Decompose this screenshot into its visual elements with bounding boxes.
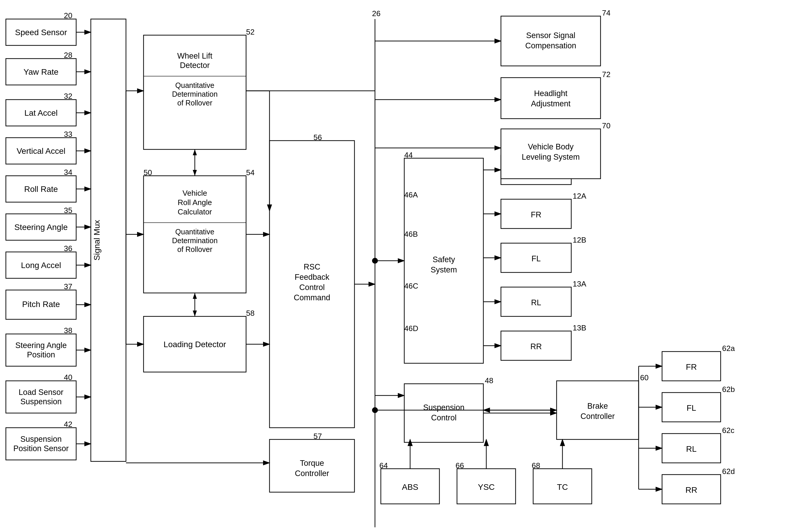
svg-text:68: 68 <box>532 461 540 470</box>
svg-text:42: 42 <box>64 420 72 429</box>
svg-text:12A: 12A <box>573 192 586 201</box>
svg-text:62b: 62b <box>722 385 735 394</box>
svg-text:28: 28 <box>64 51 72 59</box>
svg-text:FL: FL <box>686 403 696 413</box>
svg-text:64: 64 <box>379 461 388 470</box>
svg-text:Wheel Lift: Wheel Lift <box>177 52 213 60</box>
svg-text:Headlight: Headlight <box>534 89 568 98</box>
svg-text:Compensation: Compensation <box>525 41 576 50</box>
svg-text:Determination: Determination <box>172 236 218 245</box>
svg-text:FL: FL <box>531 254 541 263</box>
svg-text:13A: 13A <box>573 280 586 288</box>
svg-text:62d: 62d <box>722 467 735 476</box>
svg-text:Command: Command <box>294 293 330 302</box>
svg-text:Roll Angle: Roll Angle <box>177 198 212 207</box>
svg-text:57: 57 <box>313 432 322 441</box>
svg-text:Detector: Detector <box>180 61 210 70</box>
svg-text:RSC: RSC <box>304 263 320 271</box>
svg-text:56: 56 <box>313 133 322 142</box>
svg-text:RL: RL <box>531 298 541 307</box>
svg-text:37: 37 <box>64 282 72 291</box>
svg-text:40: 40 <box>64 373 72 382</box>
svg-text:46C: 46C <box>404 282 418 290</box>
svg-text:Position Sensor: Position Sensor <box>13 444 69 453</box>
svg-text:Controller: Controller <box>295 469 329 478</box>
svg-text:35: 35 <box>64 206 72 215</box>
svg-marker-76 <box>193 149 197 155</box>
svg-text:Quantitative: Quantitative <box>175 81 214 89</box>
svg-text:66: 66 <box>456 461 464 470</box>
svg-text:FR: FR <box>686 362 697 372</box>
svg-text:Speed Sensor: Speed Sensor <box>15 28 67 37</box>
svg-text:46D: 46D <box>404 324 418 333</box>
svg-text:48: 48 <box>485 376 493 385</box>
svg-text:44: 44 <box>404 151 413 159</box>
svg-text:Roll Rate: Roll Rate <box>24 185 58 194</box>
svg-text:Adjustment: Adjustment <box>531 99 570 108</box>
svg-text:13B: 13B <box>573 323 586 332</box>
svg-rect-148 <box>501 78 601 119</box>
svg-point-104 <box>372 258 378 264</box>
svg-text:FR: FR <box>531 210 541 219</box>
svg-text:Yaw Rate: Yaw Rate <box>23 68 58 76</box>
svg-text:RR: RR <box>530 342 542 351</box>
svg-text:Calculator: Calculator <box>177 207 212 216</box>
svg-text:Loading Detector: Loading Detector <box>163 340 226 349</box>
diagram-container: Speed Sensor Yaw Rate Lat Accel Vertical… <box>0 0 793 532</box>
svg-text:Vehicle Body: Vehicle Body <box>528 142 574 151</box>
svg-text:Pitch Rate: Pitch Rate <box>22 300 60 309</box>
svg-text:Vertical Accel: Vertical Accel <box>17 147 65 155</box>
svg-text:Controller: Controller <box>580 412 615 421</box>
svg-text:12B: 12B <box>573 235 586 244</box>
svg-text:Torque: Torque <box>300 459 324 468</box>
svg-text:Suspension: Suspension <box>20 397 61 406</box>
svg-text:70: 70 <box>602 121 611 130</box>
svg-text:Control: Control <box>431 413 457 422</box>
svg-text:Position: Position <box>27 350 55 359</box>
svg-text:Control: Control <box>299 283 325 292</box>
svg-text:Steering Angle: Steering Angle <box>15 341 67 350</box>
svg-text:RR: RR <box>685 486 697 494</box>
svg-text:Sensor Signal: Sensor Signal <box>526 31 575 40</box>
svg-text:Signal Mux: Signal Mux <box>92 220 101 261</box>
svg-text:System: System <box>431 265 457 274</box>
svg-text:46B: 46B <box>404 230 418 239</box>
svg-text:26: 26 <box>372 9 381 18</box>
svg-text:72: 72 <box>602 70 611 79</box>
svg-text:36: 36 <box>64 244 72 253</box>
svg-text:52: 52 <box>246 27 255 36</box>
svg-text:62a: 62a <box>722 344 735 353</box>
svg-text:34: 34 <box>64 168 72 177</box>
svg-rect-129 <box>404 384 483 442</box>
svg-text:Quantitative: Quantitative <box>175 228 214 236</box>
svg-rect-22 <box>6 428 76 460</box>
svg-text:of Rollover: of Rollover <box>177 99 212 107</box>
svg-text:Safety: Safety <box>433 255 455 264</box>
svg-text:20: 20 <box>64 11 72 20</box>
svg-text:Load Sensor: Load Sensor <box>18 388 63 397</box>
svg-text:32: 32 <box>64 92 72 100</box>
svg-text:YSC: YSC <box>478 482 495 492</box>
svg-marker-77 <box>193 170 197 176</box>
svg-point-138 <box>372 407 378 413</box>
svg-text:54: 54 <box>246 168 255 177</box>
svg-text:Leveling System: Leveling System <box>522 153 580 162</box>
svg-marker-80 <box>193 310 197 317</box>
svg-rect-19 <box>6 381 76 413</box>
svg-text:50: 50 <box>143 168 152 177</box>
svg-text:Suspension: Suspension <box>423 403 464 412</box>
main-svg: Speed Sensor Yaw Rate Lat Accel Vertical… <box>0 0 793 532</box>
svg-rect-16 <box>6 334 76 366</box>
svg-text:of Rollover: of Rollover <box>177 245 212 253</box>
svg-text:58: 58 <box>246 309 255 318</box>
svg-text:Feedback: Feedback <box>295 273 330 282</box>
svg-text:Long Accel: Long Accel <box>21 261 61 270</box>
svg-text:TC: TC <box>557 482 568 492</box>
svg-text:ABS: ABS <box>402 482 418 492</box>
svg-text:38: 38 <box>64 326 72 335</box>
svg-text:60: 60 <box>640 373 649 382</box>
svg-text:62c: 62c <box>722 426 734 435</box>
svg-rect-144 <box>501 16 601 66</box>
svg-text:Lat Accel: Lat Accel <box>24 108 58 117</box>
svg-text:46A: 46A <box>404 190 418 199</box>
